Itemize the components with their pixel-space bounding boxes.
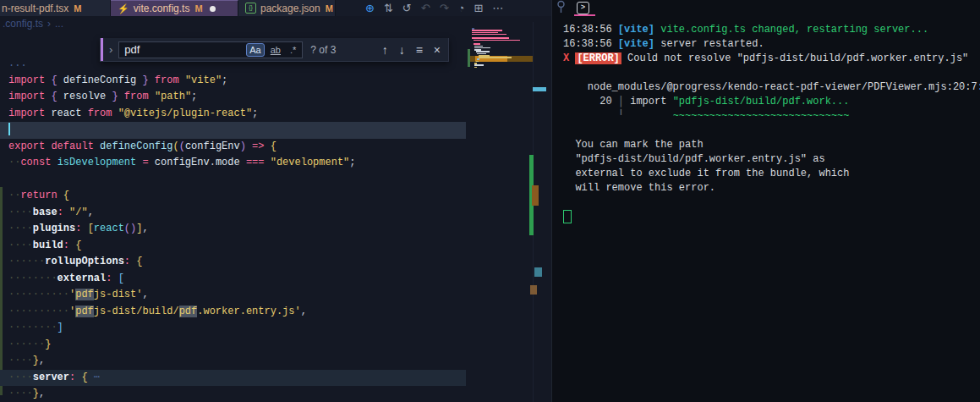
blue-extension-icon[interactable]: ⊕: [365, 2, 375, 14]
terminal-cursor: [563, 210, 572, 223]
terminal-line: X [ERROR] Could not resolve "pdfjs-dist/…: [552, 52, 980, 66]
code-line: ··const isDevelopment = configEnv.mode =…: [0, 155, 466, 172]
find-input[interactable]: pdf Aa ab .*: [118, 41, 303, 58]
find-in-selection-icon[interactable]: ≡: [416, 43, 423, 57]
find-next-icon[interactable]: ↓: [399, 43, 405, 57]
code-line: ········external: [: [0, 271, 466, 288]
code-line: ······rollupOptions: {: [0, 254, 466, 271]
filter-icon[interactable]: [556, 0, 567, 17]
unsaved-dot-icon[interactable]: [210, 6, 216, 12]
minimap-line: [474, 40, 520, 41]
git-modified-badge: M: [194, 3, 202, 14]
json-icon: {}: [245, 3, 256, 14]
code-line: ······}: [0, 337, 466, 354]
tab-label: vite.config.ts: [134, 3, 190, 14]
nav-forward-icon[interactable]: ↷: [440, 2, 449, 14]
tab-n-result-pdf[interactable]: n-result-pdf.tsx M: [0, 0, 111, 16]
text-cursor: [8, 123, 10, 135]
overview-ruler-mark: [534, 267, 542, 277]
find-widget: › pdf Aa ab .* ? of 3 ↑ ↓ ≡ ×: [100, 38, 449, 62]
minimap-line: [474, 67, 477, 69]
code-line: ····},: [0, 353, 466, 370]
code-line: import react from "@vitejs/plugin-react"…: [0, 106, 466, 123]
vite-bolt-icon: ⚡: [118, 3, 129, 14]
terminal-line: will remove this error.: [552, 181, 980, 195]
breadcrumb-symbol: ...: [55, 18, 63, 30]
terminal-line: You can mark the path: [552, 138, 980, 152]
code-line: ··return {: [0, 188, 466, 205]
code-editor[interactable]: ...import { defineConfig } from "vite";i…: [0, 56, 466, 402]
minimap-line: [479, 57, 512, 58]
code-line: ····server: { ⋯: [0, 370, 466, 387]
terminal-pane: > 16:38:56 [vite] vite.config.ts changed…: [551, 0, 980, 402]
regex-toggle[interactable]: .*: [287, 43, 299, 57]
tab-label: package.json: [260, 3, 320, 14]
code-line: ····plugins: [react()],: [0, 221, 466, 238]
find-query-text: pdf: [124, 43, 246, 56]
code-line: import { defineConfig } from "vite";: [0, 73, 466, 90]
whole-word-toggle[interactable]: ab: [267, 43, 284, 57]
editor-actions: ⊕ ⇅ ↺ ↶ ↷ ◔ ⊞ ⋯: [365, 0, 503, 16]
terminal-line: [552, 195, 980, 210]
code-line: ········]: [0, 320, 466, 337]
code-line: export default defineConfig((configEnv) …: [0, 139, 466, 156]
code-line: ····base: "/",: [0, 205, 466, 222]
code-line: [0, 172, 466, 189]
tab-vite-config[interactable]: ⚡ vite.config.ts M: [111, 0, 238, 16]
chevron-right-icon: ›: [47, 18, 51, 30]
source-control-compare-icon[interactable]: ⇅: [384, 2, 393, 14]
overview-ruler-match-mark: [532, 185, 539, 206]
terminal-tab-active-underline: [574, 14, 595, 16]
terminal-line: 16:38:56 [vite] server restarted.: [552, 37, 980, 52]
nav-back-icon[interactable]: ↶: [421, 2, 430, 14]
terminal-line: node_modules/@progress/kendo-react-pdf-v…: [552, 80, 980, 95]
minimap-line: [472, 34, 506, 36]
terminal-line: [552, 210, 980, 224]
editor-pane: n-result-pdf.tsx M ⚡ vite.config.ts M {}…: [0, 0, 551, 402]
split-editor-icon[interactable]: ⊞: [474, 2, 483, 14]
find-previous-icon[interactable]: ↑: [382, 43, 388, 57]
discard-changes-icon[interactable]: ↺: [402, 2, 412, 14]
terminal-line: 20 │ import "pdfjs-dist/build/pdf.work..…: [552, 95, 980, 109]
code-line: import { resolve } from "path";: [0, 89, 466, 106]
find-results-count: ? of 3: [310, 44, 336, 56]
code-line: [0, 122, 466, 139]
code-line: ··········'pdfjs-dist',: [0, 287, 466, 304]
git-modified-badge: M: [74, 3, 81, 14]
git-modified-badge: M: [326, 3, 333, 14]
match-case-toggle[interactable]: Aa: [246, 43, 264, 57]
close-icon[interactable]: ×: [434, 43, 441, 57]
chevron-expand-icon[interactable]: ›: [109, 43, 112, 56]
breadcrumb-file: .config.ts: [3, 18, 43, 30]
tab-label: n-result-pdf.tsx: [2, 3, 68, 14]
find-buttons: ↑ ↓ ≡ ×: [382, 43, 441, 57]
overview-ruler-cursor-mark: [533, 87, 546, 91]
terminal-line: ╵ ~~~~~~~~~~~~~~~~~~~~~~~~~~~~~: [552, 109, 980, 124]
terminal-line: 16:38:56 [vite] vite.config.ts changed, …: [552, 23, 980, 37]
terminal-line: [552, 66, 980, 80]
find-accent-bar: [101, 38, 103, 61]
breadcrumb[interactable]: .config.ts › ...: [3, 18, 63, 30]
code-line: ····build: {: [0, 238, 466, 255]
tab-package-json[interactable]: {} package.json M: [238, 0, 336, 16]
overview-ruler-mark: [530, 285, 537, 295]
run-profile-icon[interactable]: ◔: [458, 2, 465, 14]
code-line: ··········'pdfjs-dist/build/pdf.worker.e…: [0, 304, 466, 321]
terminal-line: external to exclude it from the bundle, …: [552, 167, 980, 181]
terminal-line: "pdfjs-dist/build/pdf.worker.entry.js" a…: [552, 152, 980, 167]
more-actions-icon[interactable]: ⋯: [492, 2, 503, 14]
terminal-line: [552, 124, 980, 138]
terminal-tab-icon[interactable]: >: [577, 2, 589, 14]
terminal-output[interactable]: 16:38:56 [vite] vite.config.ts changed, …: [552, 23, 980, 224]
code-line: ····},: [0, 386, 466, 402]
